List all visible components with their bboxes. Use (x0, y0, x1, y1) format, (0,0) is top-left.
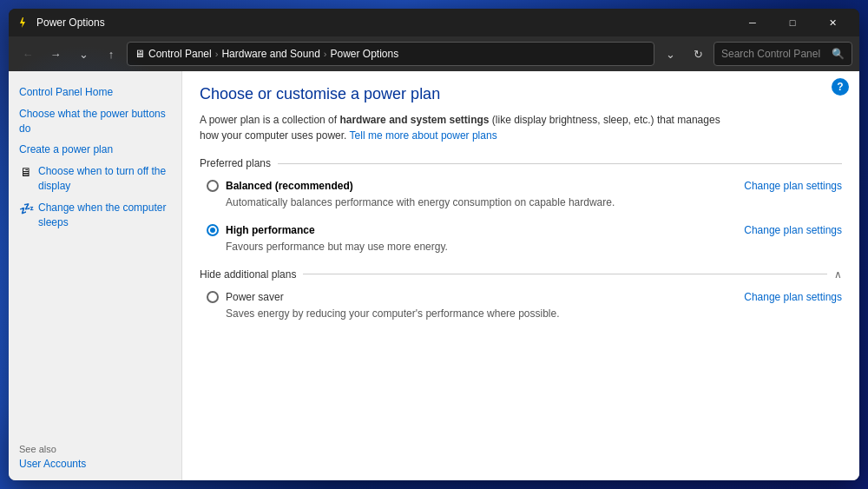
back-button[interactable]: ← (16, 42, 40, 66)
plan-power-saver: Power saver Change plan settings Saves e… (207, 291, 842, 321)
plan-power-saver-radio[interactable] (207, 291, 219, 303)
search-icon: 🔍 (832, 48, 845, 60)
minimize-button[interactable]: ─ (733, 9, 773, 36)
window-controls: ─ □ ✕ (733, 9, 852, 36)
plan-balanced: Balanced (recommended) Change plan setti… (207, 180, 842, 210)
plan-high-performance-header: High performance Change plan settings (207, 224, 842, 236)
window-icon (16, 16, 30, 30)
up-button[interactable]: ↑ (99, 42, 123, 66)
display-icon: 🖥 (19, 165, 33, 179)
divider-line (278, 163, 842, 164)
see-also-user-accounts[interactable]: User Accounts (19, 458, 171, 470)
plan-balanced-header: Balanced (recommended) Change plan setti… (207, 180, 842, 192)
search-input[interactable] (721, 48, 826, 60)
sidebar-item-computer-sleeps[interactable]: 💤 Change when the computer sleeps (9, 197, 181, 234)
preferred-plans-label: Preferred plans (200, 157, 271, 169)
address-dropdown-button[interactable]: ⌄ (658, 42, 682, 66)
help-icon[interactable]: ? (832, 78, 849, 96)
tell-me-more-link[interactable]: Tell me more about power plans (350, 129, 497, 142)
desc-text1: A power plan is a collection of (200, 114, 339, 126)
address-icon: 🖥 (135, 48, 145, 60)
sidebar-item-power-buttons[interactable]: Choose what the power buttons do (9, 103, 181, 140)
plan-power-saver-header: Power saver Change plan settings (207, 291, 842, 303)
plan-balanced-desc: Automatically balances performance with … (226, 195, 842, 210)
forward-button[interactable]: → (43, 42, 68, 66)
divider-line-2 (303, 274, 827, 274)
main-window: Power Options ─ □ ✕ ← → ⌄ ↑ 🖥 Control Pa… (9, 9, 859, 480)
search-box: 🔍 (713, 42, 852, 66)
sidebar-link-label: Choose when to turn off the display (38, 164, 171, 194)
sleep-icon: 💤 (19, 202, 33, 215)
sidebar-link-label: Create a power plan (19, 142, 113, 157)
collapse-arrow-icon[interactable]: ∧ (834, 268, 842, 281)
breadcrumb-sep2: › (324, 49, 327, 59)
plan-high-performance-change-link[interactable]: Change plan settings (744, 224, 842, 236)
sidebar-item-control-panel-home[interactable]: Control Panel Home (9, 82, 181, 103)
plan-high-performance-name: High performance (226, 224, 744, 236)
plan-balanced-name: Balanced (recommended) (226, 180, 744, 192)
plan-high-performance-desc: Favours performance but may use more ene… (226, 240, 842, 254)
plan-balanced-change-link[interactable]: Change plan settings (744, 180, 842, 192)
plan-power-saver-name: Power saver (226, 291, 744, 303)
plan-power-saver-change-link[interactable]: Change plan settings (744, 291, 842, 303)
sidebar-link-label: Choose what the power buttons do (19, 107, 171, 136)
refresh-button[interactable]: ↻ (686, 42, 710, 66)
plan-high-performance: High performance Change plan settings Fa… (207, 224, 842, 254)
desc-bold: hardware and system settings (339, 114, 489, 126)
see-also-title: See also (19, 444, 171, 454)
down-button[interactable]: ⌄ (71, 42, 95, 66)
main-panel: ? Choose or customise a power plan A pow… (182, 71, 859, 480)
window-title: Power Options (36, 17, 733, 29)
see-also-section: See also User Accounts (9, 444, 181, 470)
nav-bar: ← → ⌄ ↑ 🖥 Control Panel › Hardware and S… (9, 36, 859, 71)
breadcrumb-item3[interactable]: Power Options (330, 48, 398, 60)
close-button[interactable]: ✕ (812, 9, 852, 36)
plan-balanced-radio[interactable] (207, 180, 219, 192)
breadcrumb-sep1: › (215, 49, 219, 59)
hide-plans-label: Hide additional plans (200, 268, 296, 281)
title-bar: Power Options ─ □ ✕ (9, 9, 859, 36)
sidebar-link-label: Control Panel Home (19, 85, 113, 100)
sidebar: Control Panel Home Choose what the power… (9, 71, 182, 480)
plan-power-saver-desc: Saves energy by reducing your computer's… (226, 307, 842, 321)
maximize-button[interactable]: □ (773, 9, 812, 36)
content-area: Control Panel Home Choose what the power… (9, 71, 859, 480)
address-bar: 🖥 Control Panel › Hardware and Sound › P… (127, 42, 654, 66)
page-description: A power plan is a collection of hardware… (200, 112, 807, 143)
sidebar-item-create-plan[interactable]: Create a power plan (9, 139, 181, 161)
page-title: Choose or customise a power plan (200, 85, 842, 103)
sidebar-item-turn-off-display[interactable]: 🖥 Choose when to turn off the display (9, 161, 181, 197)
preferred-plans-divider: Preferred plans (200, 157, 842, 169)
breadcrumb-item1[interactable]: Control Panel (148, 48, 212, 60)
plan-high-performance-radio[interactable] (207, 224, 219, 236)
breadcrumb-item2[interactable]: Hardware and Sound (221, 48, 319, 60)
sidebar-link-label: Change when the computer sleeps (38, 201, 171, 230)
hide-plans-divider: Hide additional plans ∧ (200, 268, 842, 281)
